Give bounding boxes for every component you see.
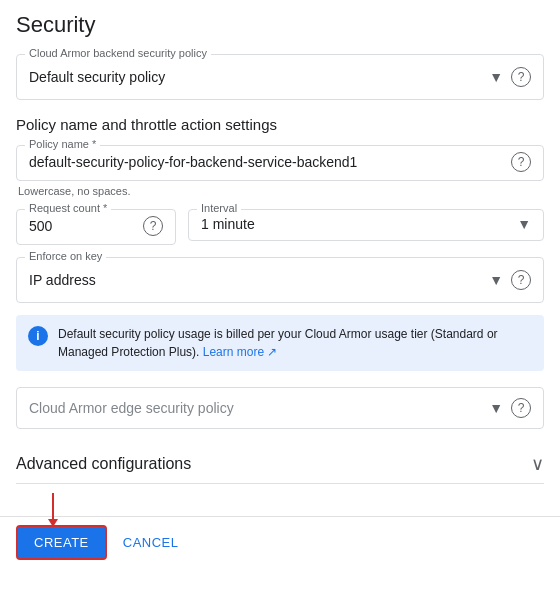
page-title: Security bbox=[16, 12, 544, 38]
arrow-down-icon bbox=[52, 493, 54, 521]
enforce-on-key-select-wrapper: IP address All HTTP header ▼ bbox=[29, 272, 503, 288]
cloud-armor-backend-container: Cloud Armor backend security policy Defa… bbox=[16, 54, 544, 100]
advanced-configurations-row[interactable]: Advanced configurations ∨ bbox=[16, 445, 544, 484]
info-icon: i bbox=[28, 326, 48, 346]
backend-policy-select-wrapper: Default security policy ▼ bbox=[29, 69, 503, 85]
arrow-indicator bbox=[52, 493, 54, 521]
edge-policy-container: Cloud Armor edge security policy ▼ ? bbox=[16, 387, 544, 429]
request-count-fieldset: Request count * ? bbox=[16, 209, 176, 245]
enforce-on-key-select[interactable]: IP address All HTTP header bbox=[29, 272, 503, 288]
enforce-on-key-fieldset: Enforce on key IP address All HTTP heade… bbox=[16, 257, 544, 303]
policy-name-legend: Policy name * bbox=[25, 138, 100, 150]
interval-legend: Interval bbox=[197, 202, 241, 214]
enforce-on-key-legend: Enforce on key bbox=[25, 250, 106, 262]
backend-policy-select[interactable]: Default security policy bbox=[29, 69, 503, 85]
request-count-input[interactable] bbox=[29, 216, 135, 236]
interval-select[interactable]: 1 minute 5 minutes 10 minutes bbox=[201, 216, 531, 232]
info-box: i Default security policy usage is bille… bbox=[16, 315, 544, 371]
edge-policy-select-wrapper: Cloud Armor edge security policy ▼ bbox=[29, 400, 503, 416]
interval-select-wrapper: 1 minute 5 minutes 10 minutes ▼ bbox=[201, 216, 531, 232]
action-bar: CREATE CANCEL bbox=[0, 516, 560, 568]
policy-name-input[interactable] bbox=[29, 152, 503, 172]
advanced-chevron-icon: ∨ bbox=[531, 453, 544, 475]
info-text: Default security policy usage is billed … bbox=[58, 325, 532, 361]
interval-fieldset: Interval 1 minute 5 minutes 10 minutes ▼ bbox=[188, 209, 544, 241]
policy-throttle-section: Policy name and throttle action settings… bbox=[16, 116, 544, 371]
enforce-on-key-help-icon[interactable]: ? bbox=[511, 270, 531, 290]
request-count-help-icon[interactable]: ? bbox=[143, 216, 163, 236]
cloud-armor-backend-legend: Cloud Armor backend security policy bbox=[25, 47, 211, 59]
policy-section-title: Policy name and throttle action settings bbox=[16, 116, 544, 133]
cancel-button[interactable]: CANCEL bbox=[123, 527, 179, 558]
edge-policy-select[interactable]: Cloud Armor edge security policy bbox=[29, 400, 503, 416]
create-button[interactable]: CREATE bbox=[16, 525, 107, 560]
request-interval-row: Request count * ? Interval 1 minute bbox=[16, 209, 544, 245]
edge-policy-help-icon[interactable]: ? bbox=[511, 398, 531, 418]
info-text-content: Default security policy usage is billed … bbox=[58, 327, 498, 359]
learn-more-text: Learn more bbox=[203, 345, 264, 359]
policy-name-fieldset: Policy name * ? bbox=[16, 145, 544, 181]
backend-policy-help-icon[interactable]: ? bbox=[511, 67, 531, 87]
policy-name-helper-text: Lowercase, no spaces. bbox=[16, 185, 544, 197]
policy-name-help-icon[interactable]: ? bbox=[511, 152, 531, 172]
request-count-legend: Request count * bbox=[25, 202, 111, 214]
advanced-configurations-title: Advanced configurations bbox=[16, 455, 191, 473]
learn-more-link[interactable]: Learn more ↗ bbox=[203, 345, 278, 359]
external-link-icon: ↗ bbox=[267, 345, 277, 359]
